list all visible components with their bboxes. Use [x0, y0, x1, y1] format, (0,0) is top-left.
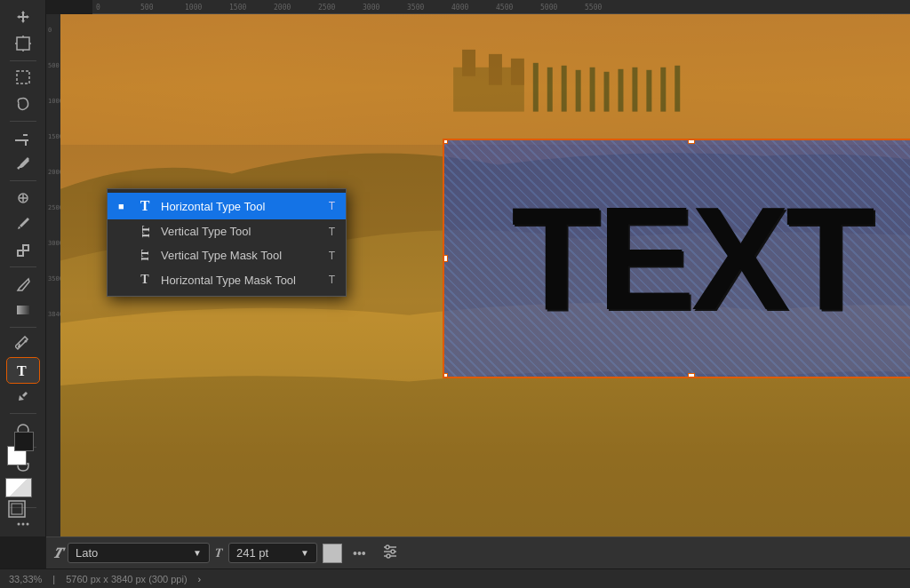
- foreground-color[interactable]: [14, 432, 34, 451]
- tool-artboard[interactable]: [7, 31, 39, 55]
- separator-2: [10, 121, 36, 122]
- svg-point-62: [386, 545, 389, 549]
- svg-text:3000: 3000: [48, 240, 60, 247]
- svg-rect-60: [675, 66, 680, 112]
- font-name-selector[interactable]: Lato ▼: [68, 543, 210, 563]
- font-size-dropdown-arrow: ▼: [300, 548, 309, 558]
- svg-rect-51: [547, 68, 553, 112]
- font-size-selector[interactable]: 241 pt ▼: [228, 543, 317, 563]
- vertical-mask-icon: IT: [136, 250, 154, 261]
- tool-dropdown-menu: ■ T Horizontal Type Tool T IT Vertical T…: [107, 188, 347, 297]
- dropdown-item-horizontal-mask[interactable]: T Horizontal Type Mask Tool T: [108, 267, 346, 292]
- tool-brush[interactable]: [7, 211, 39, 235]
- text-box[interactable]: TEXT: [443, 139, 910, 378]
- separator-1: [10, 60, 36, 61]
- svg-rect-5: [17, 71, 29, 83]
- status-bar: 33,33% | 5760 px x 3840 px (300 ppi) ›: [0, 568, 910, 588]
- check-icon: ■: [118, 201, 129, 211]
- font-size-value: 241 pt: [236, 546, 268, 560]
- screen-mode[interactable]: [7, 499, 27, 522]
- dropdown-item-horizontal-type[interactable]: ■ T Horizontal Type Tool T: [108, 193, 346, 219]
- tool-eyedropper[interactable]: [7, 152, 39, 176]
- tool-move[interactable]: [7, 5, 39, 29]
- horizontal-type-icon: T: [136, 198, 154, 214]
- svg-rect-48: [489, 54, 502, 85]
- tool-crop[interactable]: [7, 125, 39, 149]
- zoom-level: 33,33%: [9, 574, 42, 584]
- svg-text:2500: 2500: [48, 204, 60, 211]
- vertical-type-label: Vertical Type Tool: [161, 225, 322, 238]
- tool-select[interactable]: [7, 66, 39, 90]
- status-separator: |: [52, 574, 55, 584]
- tool-type[interactable]: T: [7, 358, 39, 382]
- handle-top-left[interactable]: [443, 139, 448, 144]
- tool-eraser[interactable]: [7, 272, 39, 296]
- canvas: TEXT ■: [60, 14, 910, 536]
- vertical-type-shortcut: T: [329, 226, 335, 238]
- canvas-text-content: TEXT: [511, 175, 872, 343]
- tool-pen[interactable]: [7, 332, 39, 356]
- svg-text:3500: 3500: [407, 4, 424, 12]
- separator-6: [10, 413, 36, 414]
- dropdown-item-vertical-type[interactable]: IT Vertical Type Tool T: [108, 219, 346, 243]
- tool-gradient[interactable]: [7, 298, 39, 322]
- svg-text:2500: 2500: [318, 4, 335, 12]
- font-size-icon: 𝑻: [215, 545, 223, 560]
- svg-point-17: [17, 523, 20, 526]
- svg-text:500: 500: [140, 4, 154, 12]
- toolbar: T: [0, 0, 46, 536]
- svg-text:1000: 1000: [185, 4, 202, 12]
- ruler-vertical: 0 500 1000 1500 2000 2500 3000 3500 3840: [46, 14, 60, 536]
- tool-lasso[interactable]: [7, 91, 39, 115]
- svg-text:500: 500: [48, 62, 60, 69]
- handle-top-center[interactable]: [688, 139, 695, 144]
- svg-rect-0: [17, 37, 29, 50]
- svg-text:5000: 5000: [540, 4, 557, 12]
- app-container: T: [0, 0, 910, 588]
- status-arrow[interactable]: ›: [198, 574, 202, 584]
- svg-text:4000: 4000: [451, 4, 468, 12]
- main-area: T: [0, 0, 910, 536]
- svg-rect-57: [632, 68, 637, 112]
- separator-3: [10, 180, 36, 181]
- text-settings-button[interactable]: [377, 541, 403, 565]
- svg-text:T: T: [17, 363, 27, 378]
- svg-point-18: [21, 523, 24, 526]
- svg-text:1000: 1000: [48, 98, 60, 105]
- dropdown-item-vertical-mask[interactable]: IT Vertical Type Mask Tool T: [108, 243, 346, 267]
- svg-text:1500: 1500: [229, 4, 246, 12]
- separator-5: [10, 327, 36, 328]
- svg-rect-56: [618, 69, 623, 112]
- svg-rect-59: [660, 68, 666, 112]
- svg-text:2000: 2000: [48, 169, 60, 176]
- horizontal-type-shortcut: T: [329, 200, 335, 212]
- content-row: 0 500 1000 1500 2000 2500 3000 3500 3840: [46, 14, 910, 536]
- horizontal-type-label: Horizontal Type Tool: [161, 200, 322, 213]
- svg-text:4500: 4500: [496, 4, 513, 12]
- svg-text:0: 0: [48, 27, 52, 34]
- tool-path-select[interactable]: [7, 385, 39, 409]
- svg-text:3840: 3840: [48, 311, 60, 318]
- handle-middle-left[interactable]: [443, 255, 448, 262]
- svg-rect-47: [462, 50, 475, 76]
- type-toolbar: 𝑻 Lato ▼ 𝑻 241 pt ▼ •••: [46, 536, 910, 568]
- svg-text:0: 0: [96, 4, 100, 12]
- tool-healing[interactable]: [7, 186, 39, 210]
- tool-clone[interactable]: [7, 238, 39, 262]
- ruler-area: 0 500 1000 1500 2000 2500 3000 3500 4000…: [46, 0, 910, 536]
- svg-rect-21: [12, 504, 22, 514]
- font-dropdown-arrow: ▼: [193, 548, 202, 558]
- more-options-button[interactable]: •••: [347, 544, 371, 563]
- svg-rect-55: [604, 72, 610, 112]
- svg-point-10: [24, 340, 27, 343]
- svg-point-66: [387, 554, 390, 558]
- vertical-type-icon: IT: [136, 226, 154, 238]
- svg-text:3000: 3000: [363, 4, 379, 12]
- handle-bottom-left[interactable]: [443, 373, 448, 378]
- separator-4: [10, 266, 36, 267]
- handle-bottom-center[interactable]: [688, 373, 695, 378]
- quick-mask[interactable]: [5, 478, 32, 497]
- svg-rect-50: [533, 63, 539, 112]
- text-color-swatch[interactable]: [323, 544, 342, 563]
- ruler-horizontal: 0 500 1000 1500 2000 2500 3000 3500 4000…: [92, 0, 910, 14]
